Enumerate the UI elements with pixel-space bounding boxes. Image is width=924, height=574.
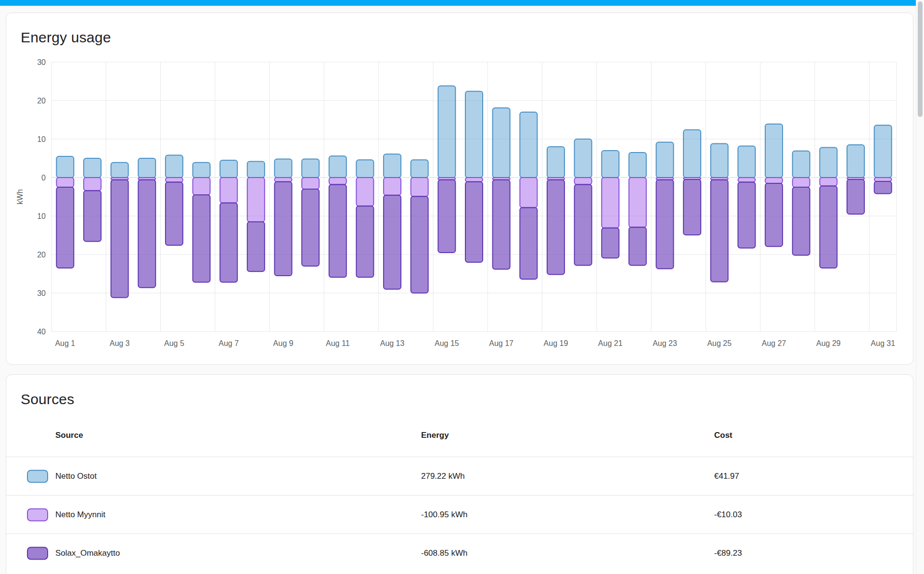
bar-netto-ostot-aug-27[interactable] (765, 124, 783, 178)
bar-solax-omakaytto-aug-24[interactable] (683, 179, 701, 235)
bar-netto-ostot-aug-15[interactable] (438, 86, 455, 178)
y-axis-tick-label: 20 (37, 97, 46, 105)
x-axis-tick-label: Aug 23 (653, 339, 677, 347)
energy-usage-chart[interactable]: 302010010203040Aug 1Aug 3Aug 5Aug 7Aug 9… (13, 48, 913, 359)
bar-netto-myynnit-aug-20[interactable] (575, 178, 592, 184)
bar-solax-omakaytto-aug-12[interactable] (356, 206, 373, 277)
bar-solax-omakaytto-aug-25[interactable] (711, 180, 728, 282)
bar-solax-omakaytto-aug-31[interactable] (874, 181, 892, 194)
source-color-swatch (27, 547, 48, 560)
bar-netto-ostot-aug-30[interactable] (847, 145, 864, 178)
bar-netto-ostot-aug-2[interactable] (84, 158, 101, 178)
bar-netto-myynnit-aug-14[interactable] (411, 178, 428, 196)
sources-table-body: Netto Ostot279.22 kWh€41.97Netto Myynnit… (6, 457, 913, 572)
bar-netto-myynnit-aug-16[interactable] (465, 178, 483, 182)
bar-netto-myynnit-aug-9[interactable] (274, 178, 292, 182)
x-axis-tick-label: Aug 27 (762, 339, 786, 347)
bar-solax-omakaytto-aug-11[interactable] (329, 184, 346, 277)
bar-netto-ostot-aug-21[interactable] (602, 151, 619, 178)
bar-solax-omakaytto-aug-5[interactable] (166, 182, 183, 245)
bar-netto-myynnit-aug-8[interactable] (247, 178, 265, 222)
bar-solax-omakaytto-aug-7[interactable] (220, 203, 237, 282)
bar-netto-myynnit-aug-21[interactable] (602, 178, 619, 228)
bar-netto-ostot-aug-8[interactable] (247, 161, 265, 178)
bar-netto-ostot-aug-23[interactable] (656, 142, 674, 178)
bar-netto-ostot-aug-18[interactable] (520, 112, 537, 178)
bar-netto-myynnit-aug-22[interactable] (629, 178, 646, 227)
bar-solax-omakaytto-aug-21[interactable] (602, 228, 619, 258)
bar-netto-myynnit-aug-5[interactable] (166, 178, 183, 182)
bar-solax-omakaytto-aug-22[interactable] (629, 227, 646, 265)
energy-usage-bar-chart[interactable]: 302010010203040Aug 1Aug 3Aug 5Aug 7Aug 9… (13, 48, 906, 359)
bar-netto-ostot-aug-19[interactable] (547, 147, 565, 178)
bar-netto-myynnit-aug-31[interactable] (874, 178, 892, 181)
source-energy-value: -608.85 kWh (421, 548, 467, 558)
bar-solax-omakaytto-aug-18[interactable] (520, 207, 537, 279)
bar-netto-ostot-aug-14[interactable] (411, 160, 428, 178)
bar-netto-myynnit-aug-18[interactable] (520, 178, 537, 207)
y-axis-tick-label: 10 (37, 135, 46, 143)
bar-solax-omakaytto-aug-4[interactable] (138, 180, 155, 288)
bar-netto-ostot-aug-13[interactable] (384, 154, 401, 178)
bar-netto-ostot-aug-17[interactable] (493, 108, 510, 178)
bar-netto-ostot-aug-29[interactable] (820, 148, 837, 178)
bar-solax-omakaytto-aug-14[interactable] (411, 196, 428, 293)
scrollbar-thumb[interactable] (918, 1, 923, 117)
bar-solax-omakaytto-aug-2[interactable] (84, 191, 101, 242)
bar-netto-myynnit-aug-26[interactable] (738, 178, 755, 182)
scrollbar-track[interactable] (916, 0, 924, 574)
bar-netto-myynnit-aug-28[interactable] (793, 178, 810, 187)
source-row: Netto Myynnit-100.95 kWh-€10.03 (6, 495, 913, 534)
source-cost-value: -€10.03 (714, 510, 742, 520)
bar-netto-ostot-aug-9[interactable] (274, 159, 292, 178)
bar-solax-omakaytto-aug-23[interactable] (656, 180, 674, 269)
bar-netto-ostot-aug-10[interactable] (302, 159, 319, 178)
bar-netto-ostot-aug-11[interactable] (329, 156, 346, 178)
bar-netto-myynnit-aug-29[interactable] (820, 178, 837, 186)
bar-solax-omakaytto-aug-30[interactable] (847, 179, 864, 214)
bar-netto-myynnit-aug-12[interactable] (356, 178, 373, 206)
bar-netto-ostot-aug-12[interactable] (356, 160, 373, 178)
bar-netto-ostot-aug-26[interactable] (738, 146, 755, 178)
bar-netto-ostot-aug-22[interactable] (629, 153, 646, 178)
bar-solax-omakaytto-aug-9[interactable] (274, 182, 292, 276)
bar-solax-omakaytto-aug-8[interactable] (247, 222, 265, 271)
source-color-swatch (27, 470, 48, 483)
bar-solax-omakaytto-aug-29[interactable] (820, 186, 837, 268)
bar-netto-myynnit-aug-6[interactable] (193, 178, 210, 195)
bar-solax-omakaytto-aug-26[interactable] (738, 182, 755, 248)
bar-netto-myynnit-aug-10[interactable] (302, 178, 319, 189)
bar-solax-omakaytto-aug-28[interactable] (793, 187, 810, 255)
bar-solax-omakaytto-aug-16[interactable] (465, 182, 483, 262)
bar-netto-ostot-aug-3[interactable] (111, 163, 128, 178)
bar-netto-ostot-aug-5[interactable] (166, 155, 183, 178)
bar-netto-ostot-aug-24[interactable] (683, 130, 701, 178)
bar-netto-ostot-aug-28[interactable] (793, 151, 810, 178)
bar-netto-myynnit-aug-1[interactable] (56, 178, 74, 187)
bar-netto-ostot-aug-20[interactable] (575, 139, 592, 178)
bar-solax-omakaytto-aug-17[interactable] (493, 180, 510, 269)
bar-solax-omakaytto-aug-13[interactable] (384, 195, 401, 289)
bar-netto-myynnit-aug-27[interactable] (765, 178, 783, 183)
bar-netto-ostot-aug-4[interactable] (138, 158, 155, 178)
y-axis-tick-label: 30 (37, 289, 46, 297)
bar-solax-omakaytto-aug-19[interactable] (547, 180, 565, 275)
bar-netto-myynnit-aug-2[interactable] (84, 178, 101, 191)
bar-solax-omakaytto-aug-15[interactable] (438, 180, 455, 253)
bar-netto-ostot-aug-6[interactable] (193, 163, 210, 178)
bar-netto-ostot-aug-1[interactable] (56, 156, 74, 178)
bar-netto-myynnit-aug-11[interactable] (329, 178, 346, 184)
x-axis-tick-label: Aug 11 (326, 339, 350, 347)
bar-solax-omakaytto-aug-6[interactable] (193, 195, 210, 282)
bar-solax-omakaytto-aug-3[interactable] (111, 180, 128, 298)
bar-solax-omakaytto-aug-27[interactable] (765, 183, 783, 246)
bar-netto-ostot-aug-31[interactable] (874, 125, 892, 178)
bar-netto-ostot-aug-25[interactable] (711, 144, 728, 178)
bar-solax-omakaytto-aug-10[interactable] (302, 189, 319, 266)
bar-netto-myynnit-aug-13[interactable] (384, 178, 401, 195)
bar-netto-ostot-aug-7[interactable] (220, 160, 237, 178)
bar-solax-omakaytto-aug-1[interactable] (56, 187, 74, 268)
bar-solax-omakaytto-aug-20[interactable] (575, 184, 592, 265)
bar-netto-myynnit-aug-7[interactable] (220, 178, 237, 203)
bar-netto-ostot-aug-16[interactable] (465, 91, 483, 178)
